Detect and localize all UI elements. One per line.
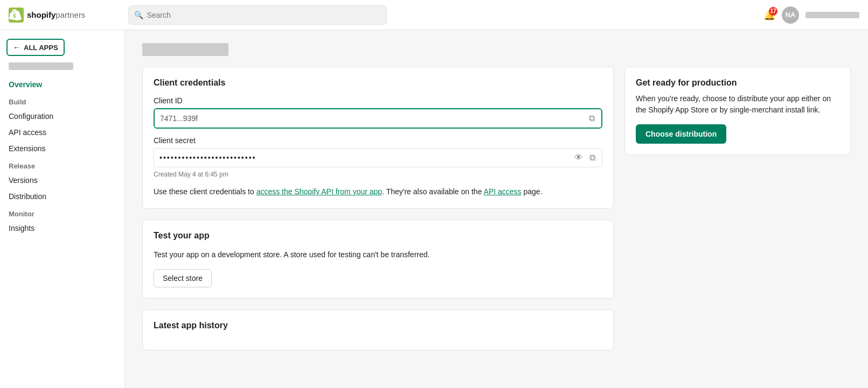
api-link-1[interactable]: access the Shopify API from your app bbox=[256, 187, 382, 196]
test-app-title: Test your app bbox=[154, 231, 602, 241]
test-app-description: Test your app on a development store. A … bbox=[154, 249, 602, 260]
app-name-blurred bbox=[9, 62, 73, 70]
right-column: Get ready for production When you're rea… bbox=[624, 67, 851, 350]
left-column: Client credentials Client ID ⧉ Client se… bbox=[142, 67, 614, 350]
client-id-field-wrapper: ⧉ bbox=[154, 108, 602, 129]
production-panel-title: Get ready for production bbox=[636, 78, 839, 88]
notifications-button[interactable]: 🔔 17 bbox=[763, 9, 775, 21]
client-secret-copy-button[interactable]: ⧉ bbox=[588, 153, 596, 163]
app-layout: ← ALL APPS Overview Build Configuration … bbox=[0, 30, 868, 388]
client-id-input[interactable] bbox=[160, 114, 584, 123]
search-bar[interactable]: 🔍 bbox=[128, 5, 387, 25]
client-secret-input[interactable] bbox=[159, 153, 569, 162]
choose-distribution-button[interactable]: Choose distribution bbox=[636, 124, 726, 144]
sidebar-section-monitor: Monitor bbox=[0, 204, 124, 220]
client-secret-created: Created May 4 at 6:45 pm bbox=[154, 171, 602, 178]
latest-history-title: Latest app history bbox=[154, 321, 602, 330]
main-content: Client credentials Client ID ⧉ Client se… bbox=[125, 30, 868, 388]
sidebar-item-overview[interactable]: Overview bbox=[0, 76, 124, 93]
sidebar-section-build: Build bbox=[0, 93, 124, 108]
shopify-partners-logo[interactable]: shopifypartners bbox=[9, 8, 85, 23]
client-id-label: Client ID bbox=[154, 96, 602, 105]
notification-badge: 17 bbox=[769, 7, 777, 16]
sidebar-item-configuration[interactable]: Configuration bbox=[0, 108, 124, 124]
content-grid: Client credentials Client ID ⧉ Client se… bbox=[142, 67, 851, 350]
topnav-right-area: 🔔 17 NA bbox=[763, 6, 859, 24]
sidebar-item-insights[interactable]: Insights bbox=[0, 220, 124, 236]
sidebar-item-extensions[interactable]: Extensions bbox=[0, 140, 124, 157]
sidebar-item-distribution[interactable]: Distribution bbox=[0, 188, 124, 204]
all-apps-button[interactable]: ← ALL APPS bbox=[6, 39, 65, 56]
latest-history-card: Latest app history bbox=[142, 309, 614, 350]
app-header-blurred bbox=[142, 43, 228, 56]
logo-text: shopifypartners bbox=[27, 10, 85, 19]
avatar[interactable]: NA bbox=[782, 6, 799, 24]
search-input[interactable] bbox=[147, 11, 381, 19]
search-icon: 🔍 bbox=[134, 11, 143, 19]
production-panel-description: When you're ready, choose to distribute … bbox=[636, 93, 839, 116]
client-secret-label: Client secret bbox=[154, 136, 602, 145]
api-link-2[interactable]: API access bbox=[484, 187, 522, 196]
sidebar-section-release: Release bbox=[0, 157, 124, 172]
credentials-info-text: Use these client credentials to access t… bbox=[154, 186, 602, 197]
back-arrow-icon: ← bbox=[13, 43, 20, 52]
client-secret-input-row: 👁 ⧉ bbox=[154, 148, 602, 167]
top-navigation: shopifypartners 🔍 🔔 17 NA bbox=[0, 0, 868, 30]
sidebar-item-versions[interactable]: Versions bbox=[0, 172, 124, 188]
client-id-copy-button[interactable]: ⧉ bbox=[588, 114, 596, 123]
client-secret-show-button[interactable]: 👁 bbox=[573, 153, 584, 163]
production-panel: Get ready for production When you're rea… bbox=[624, 67, 851, 155]
select-store-button[interactable]: Select store bbox=[154, 269, 212, 287]
client-credentials-card: Client credentials Client ID ⧉ Client se… bbox=[142, 67, 614, 209]
client-credentials-title: Client credentials bbox=[154, 78, 602, 88]
user-name bbox=[805, 12, 859, 18]
client-id-input-row: ⧉ bbox=[155, 109, 601, 128]
test-app-card: Test your app Test your app on a develop… bbox=[142, 220, 614, 299]
sidebar-item-api-access[interactable]: API access bbox=[0, 124, 124, 140]
sidebar: ← ALL APPS Overview Build Configuration … bbox=[0, 30, 125, 388]
shopify-logo-icon bbox=[9, 8, 24, 23]
all-apps-label: ALL APPS bbox=[24, 44, 58, 52]
